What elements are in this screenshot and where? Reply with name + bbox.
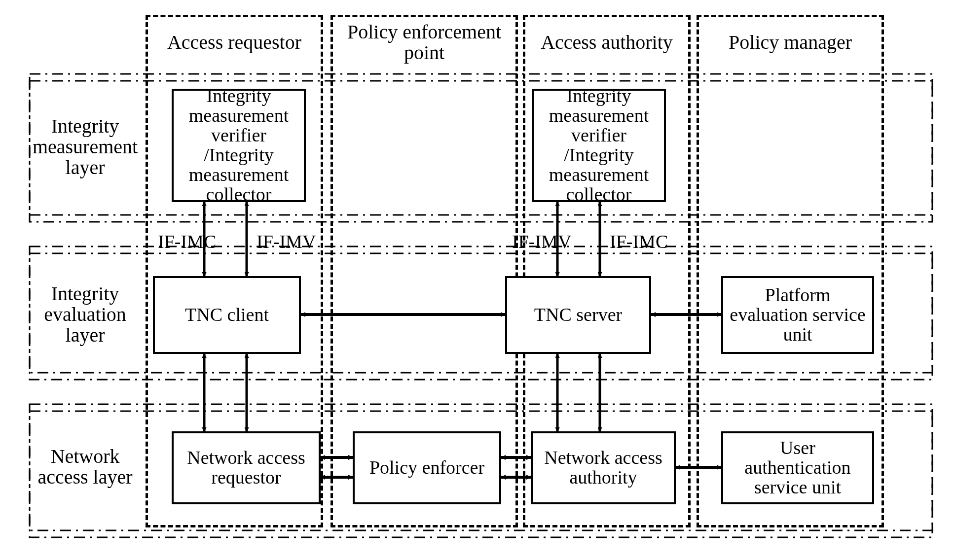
row-label-integrity-measurement: Integrity measurement layer bbox=[30, 116, 141, 178]
row-label-text: Integrity measurement layer bbox=[33, 115, 138, 178]
col-title-access-authority: Access authority bbox=[525, 20, 688, 65]
node-label: Network access authority bbox=[536, 448, 671, 488]
node-policy-enforcer: Policy enforcer bbox=[353, 431, 501, 504]
diagram-canvas: Access requestor Policy enforcement poin… bbox=[0, 0, 955, 560]
iface-text: IF-IMC bbox=[610, 231, 668, 252]
node-user-auth-service: User authentication service unit bbox=[721, 431, 874, 504]
col-title-label: Policy enforcement point bbox=[333, 22, 515, 63]
label-right-if-imc: IF-IMC bbox=[610, 231, 668, 252]
node-network-access-authority: Network access authority bbox=[531, 431, 676, 504]
node-label: Integrity measurement verifier /Integrit… bbox=[536, 86, 662, 204]
node-tnc-client: TNC client bbox=[153, 276, 301, 354]
node-label: Platform evaluation service unit bbox=[726, 285, 869, 345]
iface-text: IF-IMV bbox=[257, 231, 316, 252]
row-label-text: Integrity evaluation layer bbox=[44, 282, 126, 346]
row-label-text: Network access layer bbox=[37, 445, 132, 488]
node-platform-eval-service: Platform evaluation service unit bbox=[721, 276, 874, 354]
node-label: Network access requestor bbox=[177, 448, 316, 488]
col-title-label: Access requestor bbox=[167, 32, 301, 53]
col-title-pep: Policy enforcement point bbox=[333, 20, 515, 65]
iface-text: IF-IMV bbox=[512, 231, 571, 252]
col-title-label: Policy manager bbox=[729, 32, 852, 53]
label-right-if-imv: IF-IMV bbox=[512, 231, 571, 252]
node-imv-imc-left: Integrity measurement verifier /Integrit… bbox=[172, 89, 306, 202]
col-title-policy-manager: Policy manager bbox=[699, 20, 882, 65]
col-title-access-requestor: Access requestor bbox=[148, 20, 321, 65]
row-label-integrity-evaluation: Integrity evaluation layer bbox=[30, 283, 141, 346]
node-label: Policy enforcer bbox=[369, 458, 484, 478]
node-tnc-server: TNC server bbox=[505, 276, 651, 354]
row-label-network-access: Network access layer bbox=[30, 446, 141, 488]
node-label: Integrity measurement verifier /Integrit… bbox=[176, 86, 302, 204]
iface-text: IF-IMC bbox=[158, 231, 216, 252]
node-network-access-requestor: Network access requestor bbox=[172, 431, 321, 504]
node-label: TNC server bbox=[534, 305, 622, 325]
label-left-if-imc: IF-IMC bbox=[158, 231, 216, 252]
node-label: TNC client bbox=[185, 305, 269, 325]
col-title-label: Access authority bbox=[541, 32, 673, 53]
node-label: User authentication service unit bbox=[726, 438, 869, 497]
node-imv-imc-right: Integrity measurement verifier /Integrit… bbox=[532, 89, 666, 202]
label-left-if-imv: IF-IMV bbox=[257, 231, 316, 252]
